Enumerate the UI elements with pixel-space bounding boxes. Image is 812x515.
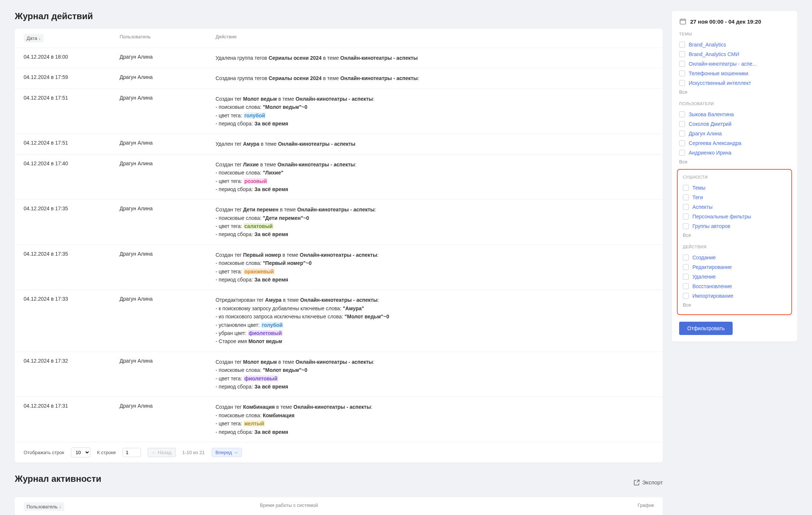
- show-all-users[interactable]: Все: [679, 159, 790, 165]
- filter-item-label: Сергеева Александра: [689, 140, 742, 146]
- row-action: Создан тег Дети перемен в теме Онлайн-ки…: [216, 205, 654, 239]
- filter-item-label: Андриенко Ирина: [689, 150, 732, 156]
- checkbox-icon: [683, 255, 689, 260]
- row-user: Драгун Алина: [120, 296, 216, 345]
- checkbox-icon: [683, 283, 689, 289]
- page-range-label: 1-10 из 21: [182, 450, 205, 455]
- action-header-label[interactable]: Действие: [216, 34, 654, 42]
- filter-item-label: Создание: [692, 255, 716, 260]
- filter-item[interactable]: Зыкова Валентина: [679, 110, 790, 119]
- filter-group-entities: СУЩНОСТИ ТемыТегиАспектыПерсональные фил…: [683, 175, 786, 238]
- filter-item[interactable]: Восстановление: [683, 281, 786, 291]
- show-all-entities[interactable]: Все: [683, 232, 786, 238]
- table-row: 04.12.2024 в 17:31Драгун АлинаСоздан тег…: [15, 397, 663, 442]
- page-forward-button[interactable]: Вперед →: [211, 448, 242, 457]
- row-action: Удалена группа тегов Сериалы осени 2024 …: [216, 54, 654, 62]
- row-date: 04.12.2024 в 17:31: [24, 403, 120, 436]
- apply-filter-button[interactable]: Отфильтровать: [679, 322, 733, 335]
- checkbox-icon: [679, 70, 685, 76]
- activity-user-sort-chip[interactable]: Пользователь ↓: [24, 502, 64, 511]
- row-action: Создан тег Лихие в теме Онлайн-кинотеатр…: [216, 160, 654, 194]
- checkbox-icon: [683, 293, 689, 299]
- filter-group-title: СУЩНОСТИ: [683, 175, 786, 179]
- filter-item[interactable]: Редактирование: [683, 262, 786, 272]
- row-date: 04.12.2024 в 17:40: [24, 160, 120, 194]
- filter-item-label: Группы авторов: [692, 223, 730, 229]
- filter-item[interactable]: Сергеева Александра: [679, 138, 790, 148]
- filter-item-label: Редактирование: [692, 264, 732, 270]
- sort-desc-icon: ↓: [59, 504, 61, 509]
- row-action: Удален тег Амура в теме Онлайн-кинотеатр…: [216, 140, 654, 148]
- filter-item[interactable]: Соколов Дмитрий: [679, 119, 790, 129]
- export-button[interactable]: Экспорт: [633, 479, 663, 486]
- date-range-picker[interactable]: 27 ноя 00:00 - 04 дек 19:20: [679, 18, 790, 25]
- rows-per-page-select[interactable]: 10: [71, 447, 90, 457]
- sort-desc-icon: ↓: [39, 36, 41, 41]
- activity-chart-header[interactable]: График: [617, 502, 654, 511]
- pagination-bar: Отображать строк 10 К строке ← Назад 1-1…: [15, 442, 663, 463]
- table-row: 04.12.2024 в 17:51Драгун АлинаСоздан тег…: [15, 89, 663, 134]
- row-user: Драгун Алина: [120, 251, 216, 284]
- user-header-label[interactable]: Пользователь: [120, 34, 216, 42]
- filter-item[interactable]: Искусственный интеллект: [679, 78, 790, 88]
- row-user: Драгун Алина: [120, 358, 216, 391]
- checkbox-icon: [679, 111, 685, 117]
- calendar-icon: [679, 18, 687, 25]
- checkbox-icon: [679, 121, 685, 127]
- filter-item-label: Онлайн-кинотеатры - аспе...: [689, 61, 757, 67]
- checkbox-icon: [683, 264, 689, 270]
- export-icon: [633, 479, 640, 486]
- checkbox-icon: [679, 140, 685, 146]
- filter-item-label: Темы: [692, 185, 705, 191]
- filter-item[interactable]: Драгун Алина: [679, 129, 790, 138]
- filter-item[interactable]: Создание: [683, 253, 786, 262]
- table-header: Дата ↓ Пользователь Действие: [15, 29, 663, 48]
- filter-item-label: Brand_Analytics СМИ: [689, 51, 739, 57]
- show-all-actions[interactable]: Все: [683, 302, 786, 308]
- table-row: 04.12.2024 в 17:35Драгун АлинаСоздан тег…: [15, 199, 663, 245]
- filter-item-label: Драгун Алина: [689, 131, 722, 136]
- filter-item-label: Соколов Дмитрий: [689, 121, 732, 127]
- page-title: Журнал действий: [15, 11, 663, 21]
- filter-item[interactable]: Brand_Analytics: [679, 40, 790, 49]
- filter-item[interactable]: Онлайн-кинотеатры - аспе...: [679, 59, 790, 69]
- goto-row-label: К строке: [97, 450, 116, 455]
- filter-item[interactable]: Группы авторов: [683, 221, 786, 231]
- filter-group-actions: ДЕЙСТВИЯ СозданиеРедактированиеУдалениеВ…: [683, 245, 786, 308]
- goto-row-input[interactable]: [123, 448, 141, 457]
- page-back-button[interactable]: ← Назад: [148, 448, 176, 457]
- row-user: Драгун Алина: [120, 205, 216, 239]
- filter-item-label: Зыкова Валентина: [689, 111, 734, 117]
- filter-item-label: Аспекты: [692, 204, 712, 210]
- date-sort-chip[interactable]: Дата ↓: [24, 34, 44, 42]
- table-row: 04.12.2024 в 17:35Драгун АлинаСоздан тег…: [15, 245, 663, 290]
- table-row: 04.12.2024 в 17:32Драгун АлинаСоздан тег…: [15, 352, 663, 397]
- row-user: Драгун Алина: [120, 140, 216, 148]
- highlighted-filters: СУЩНОСТИ ТемыТегиАспектыПерсональные фил…: [677, 169, 792, 315]
- row-user: Драгун Алина: [120, 95, 216, 128]
- filter-item-label: Теги: [692, 194, 703, 200]
- row-date: 04.12.2024 в 17:32: [24, 358, 120, 391]
- row-action: Создан тег Молот ведьм в теме Онлайн-кин…: [216, 95, 654, 128]
- filter-group-title: ПОЛЬЗОВАТЕЛИ: [679, 101, 790, 106]
- date-range-label: 27 ноя 00:00 - 04 дек 19:20: [690, 18, 761, 25]
- row-action: Создан тег Молот ведьм в теме Онлайн-кин…: [216, 358, 654, 391]
- svg-rect-0: [680, 19, 686, 24]
- filter-item[interactable]: Brand_Analytics СМИ: [679, 49, 790, 59]
- filter-item[interactable]: Андриенко Ирина: [679, 148, 790, 158]
- filter-group-title: ТЕМЫ: [679, 32, 790, 36]
- filter-item[interactable]: Импортирование: [683, 291, 786, 301]
- filter-item[interactable]: Темы: [683, 183, 786, 193]
- filter-item[interactable]: Удаление: [683, 272, 786, 281]
- filter-item[interactable]: Теги: [683, 193, 786, 202]
- filter-item-label: Персональные фильтры: [692, 214, 751, 220]
- filter-item[interactable]: Аспекты: [683, 202, 786, 212]
- filter-item-label: Искусственный интеллект: [689, 80, 751, 86]
- filter-group-users: ПОЛЬЗОВАТЕЛИ Зыкова ВалентинаСоколов Дми…: [679, 101, 790, 165]
- filter-item-label: Восстановление: [692, 283, 732, 289]
- checkbox-icon: [679, 80, 685, 86]
- activity-time-header[interactable]: Время работы с системой: [260, 502, 617, 511]
- filter-item[interactable]: Телефонные мошенники: [679, 69, 790, 78]
- show-all-themes[interactable]: Все: [679, 89, 790, 95]
- filter-item[interactable]: Персональные фильтры: [683, 212, 786, 221]
